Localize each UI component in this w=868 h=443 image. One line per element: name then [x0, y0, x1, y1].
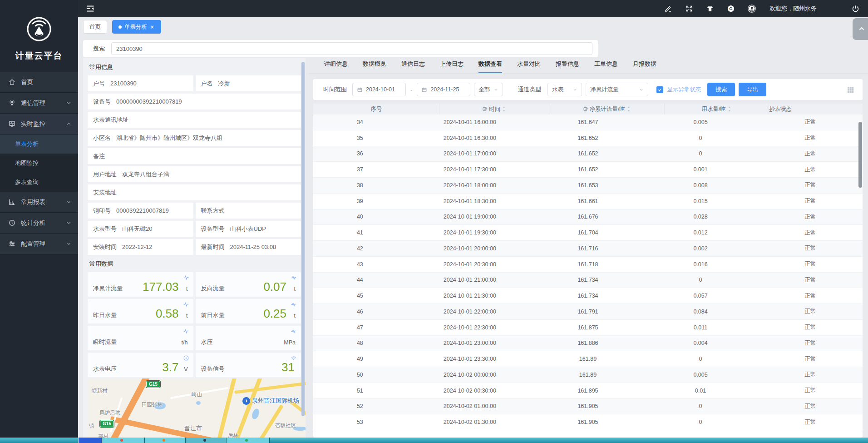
info-field-value: 湖北省》随州市》随州城区》双龙寺八组 — [116, 134, 222, 142]
stat-value: 0.58 — [156, 307, 179, 321]
sidebar-item[interactable]: 多表查询 — [0, 173, 78, 192]
table-column-header: 抄表状态 — [769, 104, 792, 114]
location-map[interactable]: 塘新村田园张林崎山风炉后坑镇晋江市后林杏坂社区霞村 G15G15 ✈ 泉州晋江国… — [88, 378, 306, 438]
info-field-label: 安装时间 — [93, 243, 117, 251]
taskbar-app[interactable] — [186, 438, 227, 443]
cell-usage: 0 — [643, 150, 758, 157]
cell-cumulative-flow: 161.734 — [533, 277, 643, 283]
taskbar-app[interactable] — [227, 438, 270, 443]
check-icon — [657, 87, 662, 92]
chevron-down-icon — [66, 241, 72, 247]
grid-icon[interactable] — [847, 86, 854, 94]
sidebar-item[interactable]: 首页 — [0, 72, 78, 93]
sidebar-item[interactable]: 统计分析 — [0, 213, 78, 234]
info-field-value: 山科小表UDP — [230, 225, 266, 233]
table-row: 42 2024-10-01 20:00:00 161.716 0.002 正常 — [313, 241, 863, 257]
g-circle-icon[interactable]: G — [727, 5, 735, 13]
page-tab[interactable]: 单表分析 — [112, 20, 161, 34]
info-field-label: 设备号 — [93, 98, 111, 106]
stat-unit: MPa — [284, 339, 296, 346]
stat-label: 水表电压 — [93, 365, 117, 373]
table-scrollbar[interactable] — [858, 122, 862, 188]
airport-marker[interactable]: ✈ 泉州晋江国际机场 — [242, 397, 299, 405]
edit-square-icon[interactable] — [583, 106, 588, 112]
sidebar-item[interactable]: 单表分析 — [0, 134, 78, 154]
chevron-down-icon — [66, 220, 72, 226]
avatar-icon[interactable] — [748, 5, 756, 13]
export-button[interactable]: 导出 — [739, 83, 766, 96]
date-from-input[interactable]: 2024-10-01 — [352, 83, 406, 96]
page-tab[interactable]: 首页 — [83, 20, 107, 34]
stat-value: 3.7 — [162, 360, 178, 374]
sidebar-item[interactable]: 实时监控 — [0, 114, 78, 134]
search-button[interactable]: 搜索 — [707, 83, 735, 96]
open-tabs-bar: 首页 单表分析 — [83, 20, 161, 34]
waveform-icon — [291, 301, 297, 308]
taskbar-app[interactable] — [145, 438, 186, 443]
chevron-down-icon — [493, 87, 498, 92]
map-place-label: 崎山 — [192, 391, 202, 398]
show-abnormal-checkbox[interactable] — [656, 86, 663, 93]
info-field-value: 山科无磁20 — [122, 225, 152, 233]
power-icon[interactable] — [851, 5, 860, 13]
detail-tab[interactable]: 水量对比 — [517, 60, 541, 73]
taskbar-app[interactable] — [102, 438, 145, 443]
channel-type-label: 通道类型 — [518, 85, 541, 94]
info-section-title: 常用信息 — [83, 58, 306, 75]
cell-status: 正常 — [758, 371, 863, 378]
cell-status: 正常 — [758, 387, 863, 394]
stat-value: 177.03 — [143, 280, 179, 294]
metric-select[interactable]: 净累计流量 — [586, 83, 648, 96]
waveform-icon — [183, 274, 189, 281]
sidebar-item[interactable]: 常用报表 — [0, 192, 78, 213]
detail-tab[interactable]: 详细信息 — [324, 60, 348, 73]
search-input[interactable] — [111, 42, 592, 55]
info-field: 设备型号 山科小表UDP — [196, 221, 301, 237]
info-field: 户号 23100390 — [88, 75, 193, 91]
cell-cumulative-flow: 161.653 — [533, 182, 643, 189]
detail-tab[interactable]: 月报数据 — [633, 60, 656, 73]
sidebar-item[interactable]: 配置管理 — [0, 234, 78, 254]
edit-square-icon[interactable] — [482, 106, 488, 112]
detail-tab[interactable]: 数据查看 — [478, 60, 502, 73]
stat-unit: V — [184, 366, 187, 373]
detail-tab[interactable]: 上传日志 — [440, 60, 464, 73]
show-abnormal-label[interactable]: 显示异常状态 — [667, 86, 701, 94]
detail-tab[interactable]: 通信日志 — [401, 60, 425, 73]
close-icon[interactable] — [150, 25, 155, 30]
sort-caret-icon[interactable] — [626, 106, 631, 112]
cell-index: 47 — [313, 324, 407, 331]
taskbar-app[interactable] — [78, 438, 102, 443]
sort-caret-icon[interactable] — [727, 106, 732, 112]
scroll-top-button[interactable] — [853, 18, 868, 40]
sidebar-item[interactable]: 地图监控 — [0, 154, 78, 173]
cell-usage: 0.004 — [643, 340, 758, 346]
topbar: G 欢迎您，随州水务 — [78, 0, 868, 17]
date-to-input[interactable]: 2024-11-25 — [417, 83, 470, 96]
data-panel: 详细信息数据概览通信日志上传日志数据查看水量对比报警信息工单信息月报数据 时间范… — [308, 58, 868, 438]
cell-status: 正常 — [758, 166, 863, 174]
detail-tab[interactable]: 数据概览 — [363, 60, 386, 73]
chevron-up-icon — [858, 25, 866, 33]
detail-tab[interactable]: 工单信息 — [594, 60, 618, 73]
info-field: 钢印号 0000392210007819 — [88, 203, 193, 219]
fullscreen-icon[interactable] — [685, 5, 693, 13]
granularity-select[interactable]: 全部 — [474, 83, 503, 96]
cell-cumulative-flow: 161.716 — [533, 245, 643, 252]
cell-index: 38 — [313, 182, 407, 189]
date-range-label: 时间范围 — [323, 85, 347, 94]
stat-unit: t/h — [182, 339, 188, 346]
shirt-icon[interactable] — [706, 5, 714, 13]
app-window: 计量云平台 首页 通信管理 实时监控 — [0, 0, 868, 443]
cell-cumulative-flow: 161.661 — [533, 198, 643, 204]
sort-caret-icon[interactable] — [502, 106, 506, 112]
detail-tab[interactable]: 报警信息 — [556, 60, 579, 73]
sidebar-nav: 首页 通信管理 实时监控 单表分析 — [0, 72, 78, 254]
collapse-sidebar-icon[interactable] — [85, 4, 95, 14]
pencil-icon[interactable] — [664, 5, 672, 13]
chevron-down-icon — [66, 199, 72, 205]
left-panel-scrollbar[interactable] — [301, 62, 305, 416]
cell-usage: 0.015 — [643, 198, 758, 204]
sidebar-item[interactable]: 通信管理 — [0, 93, 78, 114]
channel-select[interactable]: 水表 — [547, 83, 582, 96]
